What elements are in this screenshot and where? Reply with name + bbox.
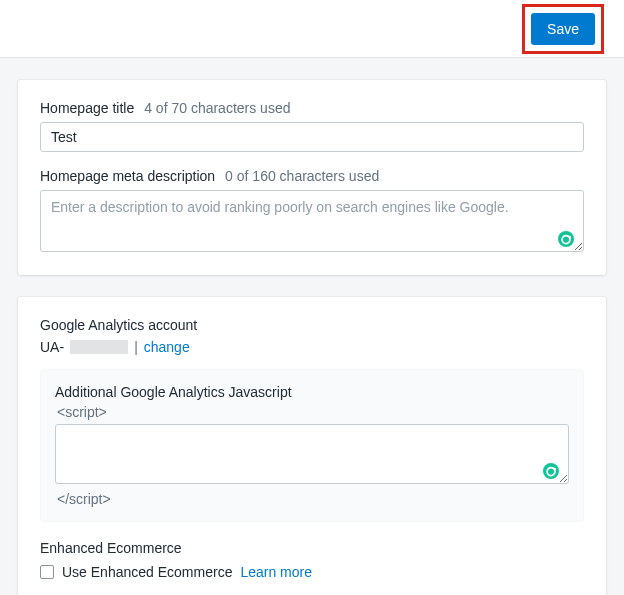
- ga-prefix: UA-: [40, 339, 64, 355]
- seo-card: Homepage title 4 of 70 characters used H…: [18, 80, 606, 275]
- svg-point-0: [558, 231, 574, 247]
- ga-js-wrap: [55, 424, 569, 487]
- grammarly-icon: [558, 231, 574, 247]
- enhanced-ecommerce-checkbox[interactable]: [40, 565, 54, 579]
- ga-change-link[interactable]: change: [144, 339, 190, 355]
- meta-desc-label-row: Homepage meta description 0 of 160 chara…: [40, 168, 584, 184]
- ga-account-row: UA- | change: [40, 339, 190, 355]
- script-open-tag: <script>: [57, 404, 567, 420]
- save-highlight: Save: [522, 4, 604, 54]
- enhanced-ecommerce-heading: Enhanced Ecommerce: [40, 540, 584, 556]
- homepage-title-label-row: Homepage title 4 of 70 characters used: [40, 100, 584, 116]
- enhanced-ecommerce-learn-more[interactable]: Learn more: [240, 564, 312, 580]
- svg-point-1: [543, 463, 559, 479]
- ga-js-textarea[interactable]: [55, 424, 569, 484]
- enhanced-ecommerce-row: Use Enhanced Ecommerce Learn more: [40, 564, 584, 580]
- ga-id-redacted: [70, 340, 128, 354]
- meta-desc-label: Homepage meta description: [40, 168, 215, 184]
- homepage-title-label: Homepage title: [40, 100, 134, 116]
- meta-desc-hint: 0 of 160 characters used: [225, 168, 379, 184]
- pipe-separator: |: [134, 339, 138, 355]
- ga-js-panel: Additional Google Analytics Javascript <…: [40, 369, 584, 522]
- script-close-tag: </script>: [57, 491, 567, 507]
- topbar: Save: [0, 0, 624, 58]
- enhanced-ecommerce-label: Use Enhanced Ecommerce: [62, 564, 232, 580]
- save-button[interactable]: Save: [531, 13, 595, 45]
- ga-js-heading: Additional Google Analytics Javascript: [55, 384, 569, 400]
- homepage-title-hint: 4 of 70 characters used: [144, 100, 290, 116]
- grammarly-icon: [543, 463, 559, 479]
- meta-desc-wrap: [40, 190, 584, 255]
- ga-heading: Google Analytics account: [40, 317, 584, 333]
- meta-desc-textarea[interactable]: [40, 190, 584, 252]
- homepage-title-input[interactable]: [40, 122, 584, 152]
- ga-card: Google Analytics account UA- | change Ad…: [18, 297, 606, 595]
